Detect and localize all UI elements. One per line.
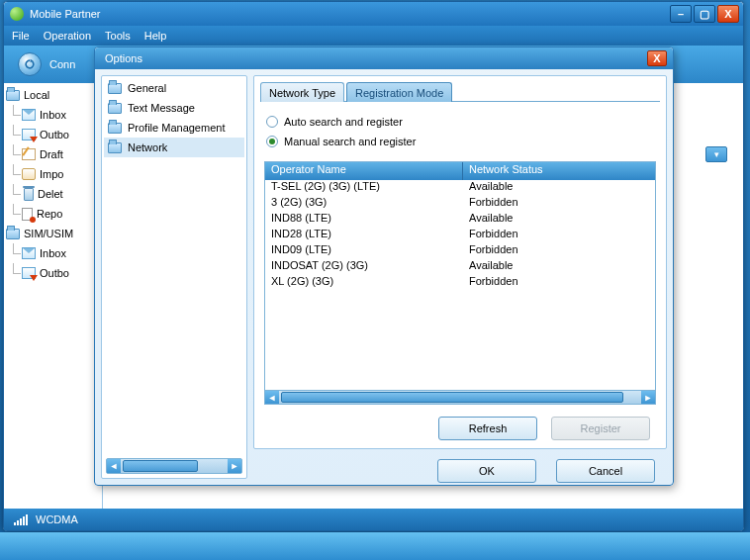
register-button[interactable]: Register [551, 417, 650, 440]
menu-help[interactable]: Help [144, 30, 167, 42]
delete-icon [24, 188, 34, 201]
tree-item[interactable]: Inbox [6, 105, 100, 125]
draft-icon [22, 148, 36, 160]
network-mode: WCDMA [36, 513, 78, 525]
tree-item[interactable]: Outbo [6, 263, 100, 283]
category-label: Text Message [128, 102, 195, 114]
category-label: Network [128, 141, 167, 153]
category-item[interactable]: Text Message [104, 98, 244, 118]
outbox-icon [22, 267, 36, 279]
cell-status: Forbidden [463, 228, 655, 243]
category-item[interactable]: Network [104, 138, 244, 157]
category-label: Profile Management [128, 122, 225, 134]
cell-status: Available [463, 180, 655, 196]
tree-label: Inbox [40, 109, 66, 121]
category-item[interactable]: General [104, 78, 244, 98]
tree-item[interactable]: Draft [6, 144, 100, 164]
cell-operator: INDOSAT (2G) (3G) [265, 259, 463, 275]
tree-label: SIM/USIM [24, 228, 73, 239]
scroll-left-icon[interactable]: ◄ [107, 459, 121, 473]
cell-operator: XL (2G) (3G) [265, 275, 463, 291]
tree-label: Inbox [40, 247, 66, 259]
status-bar: WCDMA [4, 509, 743, 530]
ok-button[interactable]: OK [437, 459, 536, 483]
menu-operation[interactable]: Operation [44, 30, 91, 42]
tree-label: Local [24, 89, 49, 101]
taskbar [0, 532, 750, 560]
tree-local[interactable]: Local [6, 85, 100, 105]
tree-label: Repo [37, 208, 62, 220]
operator-row[interactable]: IND88 (LTE)Available [265, 212, 655, 228]
col-operator-name[interactable]: Operator Name [265, 162, 463, 180]
folder-icon [108, 123, 122, 134]
category-scrollbar[interactable]: ◄ ► [106, 458, 242, 474]
operator-row[interactable]: INDOSAT (2G) (3G)Available [265, 259, 655, 275]
radio-auto-search[interactable]: Auto search and register [266, 112, 654, 132]
menu-bar: File Operation Tools Help [4, 26, 743, 46]
scroll-thumb[interactable] [123, 460, 198, 472]
operator-row[interactable]: IND28 (LTE)Forbidden [265, 228, 655, 243]
radio-manual-search[interactable]: Manual search and register [266, 132, 654, 151]
inbox-icon [22, 247, 36, 259]
radio-icon [266, 116, 278, 128]
cell-operator: IND09 (LTE) [265, 243, 463, 259]
folder-icon [6, 90, 20, 101]
dialog-title: Options [101, 52, 647, 64]
tree-label: Outbo [40, 129, 69, 140]
connect-label[interactable]: Conn [49, 58, 75, 70]
close-button[interactable]: X [717, 5, 739, 23]
cell-status: Available [463, 259, 655, 275]
radio-icon [266, 136, 278, 147]
tree-item[interactable]: Delet [6, 184, 100, 204]
folder-icon [6, 229, 20, 239]
import-icon [22, 168, 36, 180]
folder-icon [108, 83, 122, 94]
tree-item[interactable]: Outbo [6, 125, 100, 144]
cell-operator: IND88 (LTE) [265, 212, 463, 228]
cancel-button[interactable]: Cancel [556, 459, 655, 483]
scroll-right-icon[interactable]: ► [228, 459, 241, 473]
tree-label: Impo [40, 168, 63, 180]
refresh-button[interactable]: Refresh [438, 417, 537, 440]
operator-row[interactable]: XL (2G) (3G)Forbidden [265, 275, 655, 291]
tab-network-type[interactable]: Network Type [260, 82, 344, 102]
tree-label: Outbo [40, 267, 69, 279]
inbox-icon [22, 109, 36, 121]
category-item[interactable]: Profile Management [104, 118, 244, 138]
options-category-pane: GeneralText MessageProfile ManagementNet… [101, 75, 247, 479]
operator-row[interactable]: IND09 (LTE)Forbidden [265, 243, 655, 259]
radio-label: Auto search and register [284, 116, 403, 128]
cell-operator: 3 (2G) (3G) [265, 196, 463, 212]
dialog-title-bar: Options X [95, 47, 673, 69]
tree-sim[interactable]: SIM/USIM [6, 224, 100, 243]
tree-item[interactable]: Impo [6, 164, 100, 184]
connect-icon[interactable] [18, 52, 42, 76]
column-picker[interactable]: ▾ [705, 146, 727, 162]
operator-grid[interactable]: Operator Name Network Status T-SEL (2G) … [264, 161, 656, 405]
scroll-left-icon[interactable]: ◄ [265, 391, 279, 404]
operator-row[interactable]: 3 (2G) (3G)Forbidden [265, 196, 655, 212]
app-icon [10, 7, 24, 21]
cell-status: Available [463, 212, 655, 228]
signal-icon [14, 513, 28, 525]
dialog-close-button[interactable]: X [647, 50, 667, 66]
tree-label: Draft [40, 148, 63, 160]
operator-row[interactable]: T-SEL (2G) (3G) (LTE)Available [265, 180, 655, 196]
folder-tree: Local InboxOutboDraftImpoDeletRepo SIM/U… [4, 83, 103, 509]
title-bar: Mobile Partner – ▢ X [4, 2, 743, 26]
tree-label: Delet [38, 188, 63, 200]
tree-item[interactable]: Inbox [6, 243, 100, 263]
menu-tools[interactable]: Tools [105, 30, 131, 42]
grid-scrollbar[interactable]: ◄ ► [265, 390, 655, 404]
tab-registration-mode[interactable]: Registration Mode [346, 82, 452, 102]
maximize-button[interactable]: ▢ [694, 5, 715, 23]
scroll-right-icon[interactable]: ► [641, 391, 655, 404]
tab-bar: Network Type Registration Mode [260, 82, 660, 102]
tree-item[interactable]: Repo [6, 204, 100, 224]
category-label: General [128, 82, 166, 94]
col-network-status[interactable]: Network Status [463, 162, 655, 180]
minimize-button[interactable]: – [670, 5, 692, 23]
folder-icon [108, 103, 122, 114]
scroll-thumb[interactable] [281, 392, 623, 403]
menu-file[interactable]: File [12, 30, 30, 42]
